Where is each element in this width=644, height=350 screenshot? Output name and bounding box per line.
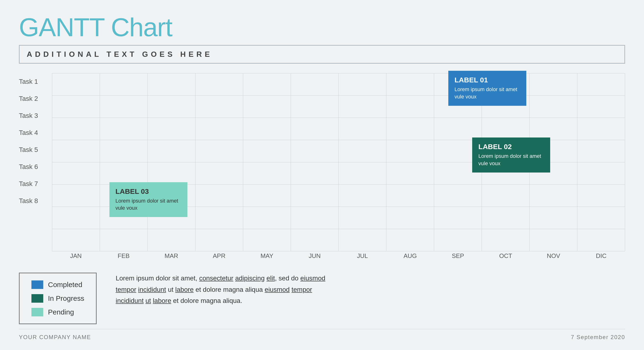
row-3 (52, 118, 625, 140)
legend-color-completed (32, 280, 43, 289)
month-sep: SEP (434, 252, 482, 264)
label-01: LABEL 01 Lorem ipsum dolor sit amet vule… (448, 71, 526, 106)
task-label-8: Task 8 (19, 192, 52, 210)
month-jun: JUN (291, 252, 338, 264)
month-headers: JAN FEB MAR APR MAY JUN JUL AUG SEP OCT … (52, 252, 625, 264)
label-02-title: LABEL 02 (478, 143, 544, 151)
description-container: Lorem ipsum dolor sit amet, consectetur … (116, 273, 625, 306)
task-label-4: Task 4 (19, 124, 52, 141)
label-01-title: LABEL 01 (454, 76, 520, 84)
row-1 (52, 73, 625, 95)
bottom-section: Completed In Progress Pending Lorem ipsu… (19, 273, 625, 324)
label-02-body: Lorem ipsum dolor sit amet vule voux (478, 153, 544, 167)
month-aug: AUG (386, 252, 434, 264)
task-labels: Task 1 Task 2 Task 3 Task 4 Task 5 Task … (19, 73, 52, 263)
legend-box: Completed In Progress Pending (19, 273, 97, 324)
label-02: LABEL 02 Lorem ipsum dolor sit amet vule… (472, 137, 550, 172)
legend-color-pending (32, 308, 43, 316)
legend-completed-label: Completed (48, 281, 82, 289)
legend-pending-label: Pending (48, 308, 74, 316)
footer-date: 7 September 2020 (571, 334, 625, 340)
task-label-6: Task 6 (19, 158, 52, 175)
month-dic: DIC (577, 252, 625, 264)
month-may: MAY (243, 252, 291, 264)
description-text: Lorem ipsum dolor sit amet, consectetur … (116, 273, 328, 306)
subtitle-box: ADDITIONAL TEXT GOES HERE (19, 45, 625, 64)
gantt-grid-area: LABEL 01 Lorem ipsum dolor sit amet vule… (52, 73, 625, 263)
row-2 (52, 95, 625, 118)
row-8 (52, 229, 625, 251)
task-label-2: Task 2 (19, 90, 52, 107)
legend-inprogress: In Progress (32, 294, 84, 303)
legend-color-inprogress (32, 294, 43, 303)
month-nov: NOV (530, 252, 577, 264)
task-label-7: Task 7 (19, 175, 52, 192)
legend-pending: Pending (32, 308, 84, 316)
legend-completed: Completed (32, 280, 84, 289)
task-label-5: Task 5 (19, 141, 52, 158)
legend-inprogress-label: In Progress (48, 294, 84, 302)
subtitle-text: ADDITIONAL TEXT GOES HERE (27, 50, 213, 58)
label-03-body: Lorem ipsum dolor sit amet vule voux (116, 197, 181, 212)
footer-company: YOUR COMPANY NAME (19, 334, 91, 340)
month-apr: APR (195, 252, 243, 264)
label-01-body: Lorem ipsum dolor sit amet vule voux (454, 86, 520, 101)
page-title: GANTT Chart (19, 14, 625, 40)
label-03: LABEL 03 Lorem ipsum dolor sit amet vule… (110, 182, 188, 217)
month-oct: OCT (482, 252, 530, 264)
grid-rows-container: LABEL 01 Lorem ipsum dolor sit amet vule… (52, 73, 625, 251)
task-label-1: Task 1 (19, 73, 52, 90)
footer: YOUR COMPANY NAME 7 September 2020 (19, 329, 625, 340)
month-feb: FEB (100, 252, 148, 264)
label-03-title: LABEL 03 (116, 188, 181, 196)
task-label-3: Task 3 (19, 107, 52, 124)
gantt-chart: Task 1 Task 2 Task 3 Task 4 Task 5 Task … (19, 73, 625, 263)
month-jul: JUL (338, 252, 386, 264)
month-jan: JAN (52, 252, 100, 264)
month-mar: MAR (148, 252, 195, 264)
page: GANTT Chart ADDITIONAL TEXT GOES HERE Ta… (0, 0, 644, 350)
